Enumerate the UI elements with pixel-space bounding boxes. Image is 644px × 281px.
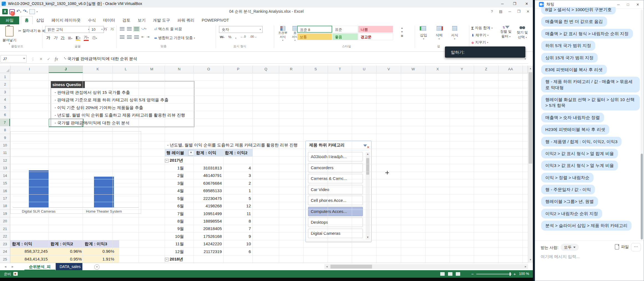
row-header-15[interactable]: 15 — [0, 179, 10, 187]
recipient-select[interactable]: 모두 — [561, 244, 579, 251]
pivot-group-row[interactable]: −2018년 — [165, 255, 194, 263]
slicer-item-Cell phones Acce...[interactable]: Cell phones Acce... — [308, 196, 363, 205]
increase-indent-icon[interactable]: ⇥ — [147, 35, 149, 39]
paste-button[interactable]: 붙여넣기 ▾ — [2, 26, 17, 45]
cancel-icon[interactable]: ✕ — [39, 57, 43, 61]
chat-message[interactable]: 매출액 > 숫자 내림차순 정렬 — [541, 113, 604, 122]
orientation-icon[interactable]: ⤻▾ — [141, 26, 146, 31]
cell-style-경고문[interactable]: 경고문 — [358, 33, 393, 40]
wrap-text-button[interactable]: ⏎텍스트 줄 바꿈 — [154, 27, 182, 32]
chat-minimize-button[interactable]: ─ — [617, 2, 620, 7]
row-header-1[interactable]: 1 — [0, 73, 10, 81]
qat-more-icon[interactable]: ▾ — [37, 11, 38, 13]
slicer-product-subcategory[interactable]: 제품 하위 카테고리 ✕ A03tooth Headph...Camcorder… — [306, 141, 371, 242]
italic-button[interactable]: 가 — [54, 35, 57, 40]
pivot-data-row[interactable]: 4월695851331 — [165, 187, 253, 194]
normal-view-icon[interactable] — [440, 272, 445, 276]
redo-icon[interactable]: ↷▾ — [23, 9, 27, 14]
sort-filter-button[interactable]: ⇅ 정렬 및필터 ▾ — [498, 25, 514, 39]
vb-close-button[interactable]: ✕ — [521, 0, 533, 7]
row-header-7[interactable]: 7 — [0, 119, 10, 126]
chat-message[interactable]: E3에 피벗테이블 복사 후 리셋 — [541, 65, 607, 74]
vertical-scrollbar[interactable]: ▲ ▼ — [528, 66, 533, 263]
cell-style-좋음[interactable]: 좋음 — [332, 33, 358, 40]
chat-message[interactable]: 이익3 > 값 표시 형식 > 열 누계 비율 — [541, 161, 618, 170]
slicer-item-Desktops[interactable]: Desktops — [308, 218, 363, 227]
pivot-data-row[interactable]: 6월419826812 — [165, 202, 253, 210]
ribbon-tab-검토[interactable]: 검토 — [119, 16, 134, 24]
align-middle-icon[interactable] — [127, 27, 132, 31]
help-icon[interactable]: ? — [491, 7, 493, 16]
column-header-U[interactable]: U — [352, 66, 376, 73]
sheet-nav-right-icon[interactable]: ► — [11, 263, 14, 270]
row-header-25[interactable]: 25 — [0, 256, 10, 263]
font-color-icon[interactable]: 가▾ — [84, 35, 89, 41]
slicer-scrollbar[interactable]: ▲ ▼ — [366, 152, 370, 239]
pivot-data-row[interactable]: 10월175261689 — [165, 233, 253, 240]
cell-style-표준 8[interactable]: 표준 8 — [297, 26, 332, 33]
row-header-11[interactable]: 11 — [0, 149, 10, 156]
fill-button[interactable]: ⬇채우기▾ — [471, 33, 488, 38]
chat-message-list[interactable]: B열 > 셀서식 > 1000단위 구분기호매출액을 한 번 더 값으로 옮김매… — [535, 7, 640, 239]
excel-close-button[interactable]: ✕ — [526, 7, 530, 16]
row-header-10[interactable]: 10 — [0, 141, 10, 149]
page-layout-view-icon[interactable] — [448, 272, 452, 276]
new-sheet-button[interactable]: + — [94, 264, 100, 270]
formula-bar-value[interactable]: '- 국가별 판매금액/이익에 대한 순위 분석 — [64, 56, 137, 61]
row-header-5[interactable]: 5 — [0, 104, 10, 111]
pivot-header-row[interactable]: 행 레이블합계 : 이익합계 : 이익2 — [165, 149, 253, 157]
collapse-icon[interactable]: − — [165, 159, 169, 163]
chat-scrollbar[interactable] — [641, 10, 643, 238]
ribbon-tab-보기[interactable]: 보기 — [134, 16, 149, 24]
chat-message[interactable]: 이익2 > 값 표시 형식 > 열 합계 비율 — [541, 149, 618, 158]
pivot-data-row[interactable]: 7월1095149911 — [165, 210, 253, 217]
slicer-item-Car Video[interactable]: Car Video — [308, 185, 363, 194]
row-header-3[interactable]: 3 — [0, 88, 10, 96]
comma-format-icon[interactable]: , — [235, 35, 236, 39]
font-size-select[interactable]: 10▾ — [89, 26, 104, 33]
shrink-font-icon[interactable]: 가ˇ — [110, 27, 114, 32]
column-header-I[interactable]: I — [10, 66, 49, 73]
phonetic-icon[interactable]: ㉮▾ — [92, 35, 97, 40]
grid-body[interactable]: siness Questio - 판매금액 관점에서 상위 15 국가를 추출-… — [10, 73, 528, 263]
chat-message[interactable]: 행 - 주문일자 / 값 - 이익 — [541, 185, 595, 194]
row-header-20[interactable]: 20 — [0, 217, 10, 225]
align-bottom-icon[interactable] — [134, 27, 139, 31]
conditional-formatting-button[interactable]: 조건부서식▾ — [277, 26, 289, 42]
quick-chart-icon[interactable] — [29, 9, 35, 14]
ribbon-display-icon[interactable]: ▤ — [499, 7, 502, 16]
scroll-left-icon[interactable]: ◄ — [324, 264, 329, 269]
chat-message[interactable]: 하위 5개 국가 범위 지정 — [541, 41, 595, 50]
column-header-AA[interactable]: AA — [498, 66, 523, 73]
column-header-O[interactable]: O — [194, 66, 224, 73]
align-top-icon[interactable] — [120, 27, 124, 31]
row-header-22[interactable]: 22 — [0, 233, 10, 240]
name-box-dropdown-icon[interactable] — [23, 58, 25, 59]
pivot-data-row[interactable]: 9월208184057 — [165, 225, 253, 232]
more-options-button[interactable]: ⋯ — [631, 243, 641, 251]
formula-bar-expand-icon[interactable]: ▾ — [525, 57, 526, 60]
row-header-13[interactable]: 13 — [0, 164, 10, 172]
chat-message[interactable]: 매출액 > 값 표시 형식 > 내림차순 순위 지정 — [541, 29, 633, 38]
format-cells-button[interactable]: 서식▾ — [448, 26, 461, 40]
zoom-out-icon[interactable]: − — [471, 272, 474, 276]
underline-button[interactable]: 가 — [61, 35, 65, 40]
clear-filter-icon[interactable]: ✕ — [363, 143, 369, 149]
row-headers[interactable]: 1234567891011121314151617181920212223242… — [0, 73, 10, 263]
scroll-right-icon[interactable]: ► — [523, 264, 528, 269]
decrease-indent-icon[interactable]: ⇤ — [141, 35, 144, 39]
ribbon-tab-파워 쿼리[interactable]: 파워 쿼리 — [174, 16, 198, 24]
chat-close-button[interactable]: ✕ — [636, 2, 639, 7]
fill-color-icon[interactable]: ◧▾ — [76, 35, 80, 41]
zoom-slider[interactable] — [476, 274, 512, 274]
row-header-4[interactable]: 4 — [0, 96, 10, 103]
row-header-21[interactable]: 21 — [0, 225, 10, 233]
cell-style-보통[interactable]: 보통 — [297, 33, 332, 40]
chat-message[interactable]: B열 > 셀서식 > 1000단위 구분기호 — [541, 7, 616, 14]
excel-restore-button[interactable]: ❐ — [517, 7, 520, 16]
row-header-8[interactable]: 8 — [0, 126, 10, 134]
delete-cells-button[interactable]: 삭제▾ — [432, 26, 446, 40]
pivot-data-row[interactable]: 11월1424222010 — [165, 240, 253, 248]
bold-button[interactable]: 가 — [46, 35, 50, 40]
row-header-9[interactable]: 9 — [0, 134, 10, 141]
